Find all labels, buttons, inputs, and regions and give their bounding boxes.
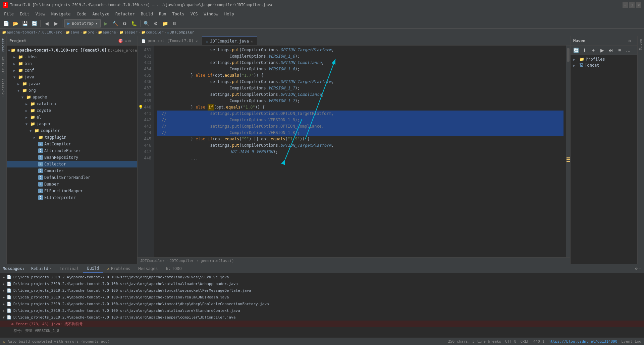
tree-idea[interactable]: ▶ 📁 .idea: [7, 54, 137, 60]
tab-jdtcompiler[interactable]: ☕ JDTCompiler.java ✕: [202, 37, 257, 45]
rebuild-button[interactable]: ♻: [121, 19, 129, 27]
build-item-3[interactable]: ▶ 📄 D:\idea_projects_2019.2.4\apache-tom…: [0, 287, 644, 294]
breadcrumb-java[interactable]: 📁 java: [66, 30, 79, 34]
menu-code[interactable]: Code: [74, 11, 89, 17]
breadcrumb-compiler[interactable]: 📁 compiler: [141, 30, 164, 34]
breadcrumb-org[interactable]: 📁 org: [83, 30, 94, 34]
open-button[interactable]: 📂: [11, 19, 19, 27]
maven-skip[interactable]: ⏭: [607, 46, 615, 54]
tree-catalina[interactable]: ▶ 📁 catalina: [7, 100, 137, 107]
tree-elinterpreter[interactable]: ▶ J ELInterpreter: [7, 194, 137, 201]
tree-org[interactable]: ▼ 📁 org: [7, 87, 137, 94]
code-content[interactable]: settings.put(CompilerOptions.OPTION_Targ…: [154, 46, 566, 257]
tree-attributeparser[interactable]: ▶ J AttributeParser: [7, 147, 137, 154]
tree-apache[interactable]: ▼ 📁 apache: [7, 94, 137, 100]
tab-todo[interactable]: 6: TODO: [162, 264, 185, 273]
forward-button[interactable]: ▶: [52, 19, 60, 27]
maven-profiles[interactable]: ▶ 📁 Profiles: [572, 56, 636, 62]
tab-build[interactable]: Build: [83, 264, 103, 273]
menu-file[interactable]: File: [1, 11, 16, 17]
favorites-tab[interactable]: Favorites: [1, 76, 6, 98]
build-item-6[interactable]: ▶ 📄 D:\idea_projects_2019.2.4\apache-tom…: [0, 307, 644, 314]
build-item-4[interactable]: ▶ 📄 D:\idea_projects_2019.2.4\apache-tom…: [0, 294, 644, 300]
menu-refactor[interactable]: Refactor: [113, 11, 138, 17]
menu-run[interactable]: Run: [156, 11, 169, 17]
maven-tomcat[interactable]: ▶ 🏗 Tomcat: [572, 62, 636, 68]
sync-button[interactable]: 🔄: [30, 19, 38, 27]
menu-navigate[interactable]: Navigate: [49, 11, 73, 17]
expand-icon[interactable]: ⇔: [124, 39, 127, 43]
tab-pom-close[interactable]: ✕: [196, 39, 198, 43]
maven-collapse-icon[interactable]: —: [632, 39, 635, 43]
collapse-icon[interactable]: —: [132, 39, 135, 43]
tab-jdt-close[interactable]: ✕: [251, 40, 253, 43]
maven-side-tab[interactable]: Maven: [638, 36, 644, 53]
tree-compiler-file[interactable]: ▶ J Compiler: [7, 167, 137, 174]
bottom-collapse-icon[interactable]: —: [639, 266, 641, 271]
bootstrap-dropdown[interactable]: ▶ BootStrap ▼: [64, 19, 101, 27]
breadcrumb-apache[interactable]: 📁 apache: [98, 30, 116, 34]
tree-jasper[interactable]: ▼ 📁 jasper: [7, 121, 137, 127]
structure-tab[interactable]: Structure: [1, 54, 6, 76]
terminal-button[interactable]: 🖥: [171, 19, 179, 27]
tree-coyote[interactable]: ▶ 📁 coyote: [7, 107, 137, 114]
event-log[interactable]: Event Log: [621, 339, 641, 344]
tree-bin[interactable]: ▶ 📁 bin: [7, 60, 137, 67]
maven-menu[interactable]: ≡: [615, 46, 624, 54]
menu-help[interactable]: Help: [222, 11, 237, 17]
tab-rebuild[interactable]: Rebuild ✕: [27, 264, 56, 273]
right-scrollbar[interactable]: [566, 46, 570, 257]
tree-java[interactable]: ▼ 📁 java: [7, 74, 137, 80]
maven-settings-icon[interactable]: ⚙: [629, 39, 631, 43]
breadcrumb-root[interactable]: 📁 apache-tomcat-7.0.100-src: [2, 30, 62, 34]
tree-compiler[interactable]: ▼ 📁 compiler: [7, 127, 137, 134]
menu-analyze[interactable]: Analyze: [90, 11, 112, 17]
maven-refresh[interactable]: 🔄: [572, 46, 580, 54]
tree-elfunctionmapper[interactable]: ▶ J ELFunctionMapper: [7, 188, 137, 194]
tree-javax[interactable]: ▶ 📁 javax: [7, 80, 137, 87]
tab-problems[interactable]: ⚠ Problems: [103, 264, 135, 273]
locate-icon[interactable]: 🎯: [118, 39, 123, 43]
menu-tools[interactable]: Tools: [170, 11, 187, 17]
menu-window[interactable]: Window: [201, 11, 221, 17]
back-button[interactable]: ◀: [43, 19, 51, 27]
maven-add[interactable]: +: [589, 46, 597, 54]
tree-conf[interactable]: ▶ 📁 conf: [7, 67, 137, 74]
new-button[interactable]: 📄: [2, 19, 10, 27]
menu-view[interactable]: View: [33, 11, 48, 17]
bottom-settings-icon[interactable]: ⚙: [635, 266, 638, 271]
breadcrumb-jasper[interactable]: 📁 jasper: [119, 30, 138, 34]
build-error-item[interactable]: ⊗ Error:(373, 45) java: 找不到符号: [0, 321, 644, 327]
tree-antcompiler[interactable]: ▶ J AntCompiler: [7, 141, 137, 147]
maven-run[interactable]: ▶: [598, 46, 606, 54]
settings-icon[interactable]: ⚙: [128, 39, 131, 43]
save-button[interactable]: 💾: [21, 19, 29, 27]
rebuild-close[interactable]: ✕: [50, 267, 52, 270]
breadcrumb-file[interactable]: ☕ JDTCompiler: [167, 30, 194, 34]
settings-button[interactable]: ⚙: [152, 19, 160, 27]
tab-terminal[interactable]: Terminal: [56, 264, 83, 273]
close-button[interactable]: ✕: [636, 2, 641, 8]
menu-build[interactable]: Build: [138, 11, 156, 17]
tree-tagplugin[interactable]: ▶ 📁 tagplugin: [7, 134, 137, 141]
minimize-button[interactable]: —: [623, 2, 628, 8]
tree-root[interactable]: ▼ 📁 apache-tomcat-7.0.100-src [Tomcat7.0…: [7, 47, 137, 54]
maven-download[interactable]: ⬇: [581, 46, 589, 54]
build-item-1[interactable]: ▶ 📄 D:\idea_projects_2019.2.4\apache-tom…: [0, 274, 644, 280]
menu-edit[interactable]: Edit: [17, 11, 32, 17]
bulb-icon[interactable]: 💡: [138, 104, 143, 111]
tree-beanrepository[interactable]: ▶ J BeanRepository: [7, 154, 137, 161]
build-button[interactable]: 🔨: [111, 19, 119, 27]
tree-collector[interactable]: ▶ J Collector: [7, 161, 137, 167]
menu-vcs[interactable]: VCS: [188, 11, 201, 17]
maven-more[interactable]: …: [624, 46, 632, 54]
search-button[interactable]: 🔍: [143, 19, 151, 27]
project-tab[interactable]: Project: [1, 36, 6, 54]
run-button[interactable]: ▶: [102, 19, 110, 27]
tab-messages[interactable]: Messages: [135, 264, 162, 273]
tree-dumper[interactable]: ▶ J Dumper: [7, 181, 137, 188]
debug-button[interactable]: 🐛: [130, 19, 138, 27]
maximize-button[interactable]: □: [629, 2, 635, 8]
tab-pom[interactable]: 📄 pom.xml (Tomcat7.0) ✕: [138, 37, 202, 45]
tree-defaulterrorhandler[interactable]: ▶ J DefaultErrorHandler: [7, 174, 137, 181]
